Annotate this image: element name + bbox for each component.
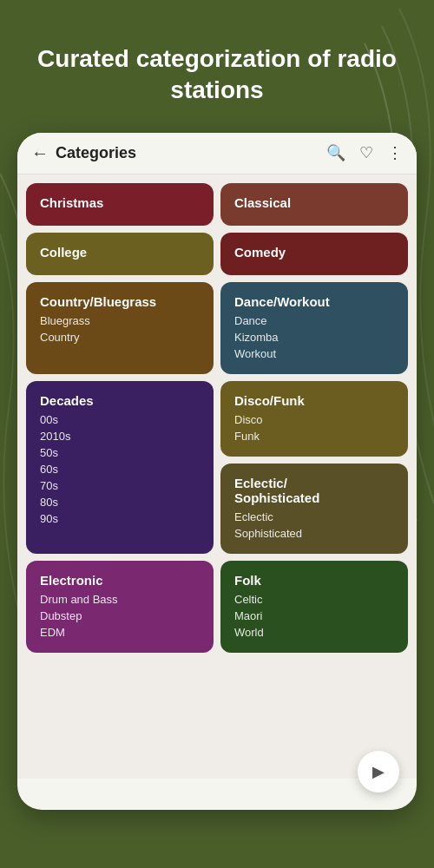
category-card-decades[interactable]: Decades00s2010s50s60s70s80s90s [26, 381, 214, 554]
sub-item: Dubstep [40, 608, 200, 624]
sub-item: 00s [40, 411, 200, 428]
categories-scroll[interactable]: ChristmasClassicalCollegeComedyCountry/B… [17, 174, 417, 779]
more-icon[interactable]: ⋮ [387, 143, 403, 162]
category-card-college[interactable]: College [26, 233, 214, 275]
category-card-classical[interactable]: Classical [220, 183, 408, 226]
sub-item: Funk [234, 428, 394, 444]
category-card-comedy[interactable]: Comedy [220, 233, 408, 275]
category-card-christmas[interactable]: Christmas [26, 183, 214, 226]
category-card-electronic[interactable]: ElectronicDrum and BassDubstepEDM [26, 561, 214, 653]
sub-item: Dance [234, 312, 394, 329]
sub-item: Sophisticated [234, 525, 394, 542]
category-card-country[interactable]: Country/BluegrassBluegrassCountry [26, 282, 214, 374]
category-title-eclectic: Eclectic/ Sophisticated [234, 476, 394, 505]
sub-item: 70s [40, 477, 200, 494]
fab-icon: ▶ [372, 762, 385, 781]
back-button[interactable]: ← [31, 143, 49, 163]
sub-item: Workout [234, 345, 394, 362]
sub-item: World [234, 624, 394, 641]
category-title-comedy: Comedy [234, 245, 394, 260]
category-title-christmas: Christmas [40, 195, 200, 210]
sub-item: Disco [234, 411, 394, 428]
nav-title: Categories [56, 144, 326, 162]
category-card-folk[interactable]: FolkCelticMaoriWorld [220, 561, 408, 653]
phone-frame: ← Categories 🔍 ♡ ⋮ ChristmasClassicalCol… [17, 133, 417, 810]
category-card-dance-workout[interactable]: Dance/WorkoutDanceKizombaWorkout [220, 282, 408, 374]
category-title-folk: Folk [234, 573, 394, 588]
sub-item: 2010s [40, 428, 200, 444]
category-card-disco-funk[interactable]: Disco/FunkDiscoFunk [220, 381, 408, 457]
page-headline: Curated categorization of radio stations [35, 43, 399, 107]
header-section: Curated categorization of radio stations [0, 0, 434, 124]
category-title-dance-workout: Dance/Workout [234, 294, 394, 309]
sub-item: Bluegrass [40, 312, 200, 329]
category-title-classical: Classical [234, 195, 394, 210]
sub-item: 90s [40, 510, 200, 527]
nav-icons: 🔍 ♡ ⋮ [326, 143, 403, 162]
sub-item: Maori [234, 608, 394, 624]
sub-item: Country [40, 329, 200, 345]
sub-item: EDM [40, 624, 200, 641]
search-icon[interactable]: 🔍 [326, 143, 345, 162]
category-title-college: College [40, 245, 200, 260]
fab-button[interactable]: ▶ [358, 751, 399, 792]
sub-item: Celtic [234, 591, 394, 608]
category-title-disco-funk: Disco/Funk [234, 393, 394, 408]
categories-grid: ChristmasClassicalCollegeComedyCountry/B… [26, 183, 408, 653]
sub-item: Drum and Bass [40, 591, 200, 608]
category-card-eclectic[interactable]: Eclectic/ SophisticatedEclecticSophistic… [220, 464, 408, 554]
sub-item: Eclectic [234, 509, 394, 525]
sub-item: 50s [40, 444, 200, 461]
sub-item: Kizomba [234, 329, 394, 345]
category-title-country: Country/Bluegrass [40, 294, 200, 309]
sub-item: 80s [40, 494, 200, 510]
nav-bar: ← Categories 🔍 ♡ ⋮ [17, 133, 417, 174]
category-title-decades: Decades [40, 393, 200, 408]
category-title-electronic: Electronic [40, 573, 200, 588]
sub-item: 60s [40, 461, 200, 477]
favorite-icon[interactable]: ♡ [359, 143, 373, 162]
